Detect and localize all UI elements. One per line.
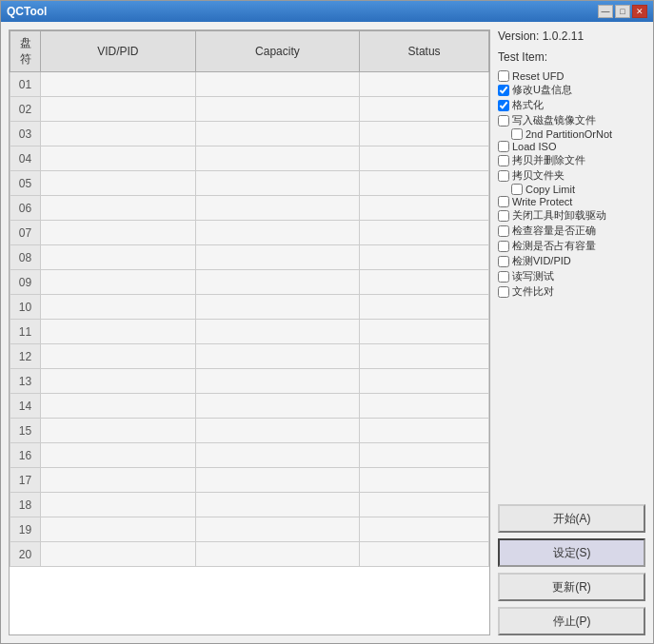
main-table: 盘符 VID/PID Capacity Status 0102030405060… [10, 30, 489, 567]
table-cell [41, 270, 196, 295]
checkbox-label-cb12[interactable]: 检查容量是否正确 [512, 224, 596, 238]
checkbox-cb11[interactable] [498, 210, 509, 222]
row-number: 07 [10, 221, 41, 245]
checkbox-label-cb7[interactable]: 拷贝并删除文件 [512, 153, 585, 167]
checkbox-cb2[interactable] [498, 85, 509, 96]
checkbox-item-cb5: 2nd PartitionOrNot [511, 128, 645, 140]
table-cell [41, 320, 196, 344]
checkbox-label-cb14[interactable]: 检测VID/PID [512, 254, 571, 268]
checkbox-cb10[interactable] [498, 196, 509, 207]
table-cell [195, 270, 359, 295]
close-button[interactable]: ✕ [632, 5, 647, 18]
checkbox-cb4[interactable] [498, 115, 509, 127]
table-cell [360, 295, 489, 320]
table-cell [41, 493, 196, 517]
left-panel: 盘符 VID/PID Capacity Status 0102030405060… [9, 29, 490, 635]
checkbox-item-cb14: 检测VID/PID [498, 254, 645, 268]
update-button[interactable]: 更新(R) [498, 573, 645, 601]
start-button[interactable]: 开始(A) [498, 504, 645, 533]
table-cell [195, 394, 359, 419]
checkboxes-container: Reset UFD修改U盘信息格式化写入磁盘镜像文件2nd PartitionO… [498, 69, 645, 300]
minimize-button[interactable]: — [598, 5, 613, 18]
row-number: 10 [10, 295, 41, 320]
right-panel: Version: 1.0.2.11 Test Item: Reset UFD修改… [498, 29, 645, 635]
row-number: 03 [10, 122, 41, 146]
checkbox-label-cb5[interactable]: 2nd PartitionOrNot [525, 128, 612, 140]
test-items-label: Test Item: [498, 50, 645, 64]
checkbox-cb1[interactable] [498, 70, 509, 82]
table-row: 12 [10, 344, 489, 369]
table-cell [41, 394, 196, 419]
checkbox-item-cb8: 拷贝文件夹 [498, 168, 645, 183]
checkbox-cb16[interactable] [498, 286, 509, 298]
table-cell [195, 468, 359, 493]
row-number: 08 [10, 245, 41, 270]
table-row: 05 [10, 171, 489, 196]
row-number: 18 [10, 493, 41, 517]
checkbox-cb9[interactable] [511, 184, 523, 195]
table-cell [41, 344, 196, 369]
checkbox-cb15[interactable] [498, 271, 509, 283]
checkbox-label-cb10[interactable]: Write Protect [512, 196, 572, 207]
stop-button[interactable]: 停止(P) [498, 607, 645, 635]
table-cell [360, 196, 489, 221]
table-cell [41, 419, 196, 443]
checkbox-cb5[interactable] [511, 128, 523, 140]
table-row: 16 [10, 443, 489, 468]
table-cell [41, 468, 196, 493]
checkbox-label-cb11[interactable]: 关闭工具时卸载驱动 [512, 208, 606, 223]
checkbox-label-cb15[interactable]: 读写测试 [512, 269, 554, 283]
row-number: 05 [10, 171, 41, 196]
table-cell [41, 171, 196, 196]
table-cell [41, 443, 196, 468]
table-row: 10 [10, 295, 489, 320]
checkbox-label-cb1[interactable]: Reset UFD [512, 70, 564, 82]
checkbox-cb3[interactable] [498, 100, 509, 111]
col-header-vidpid: VID/PID [41, 31, 196, 72]
table-row: 01 [10, 72, 489, 97]
table-cell [41, 72, 196, 97]
table-cell [360, 245, 489, 270]
checkbox-item-cb12: 检查容量是否正确 [498, 224, 645, 238]
checkbox-cb13[interactable] [498, 241, 509, 252]
checkbox-label-cb9[interactable]: Copy Limit [525, 184, 575, 195]
row-number: 13 [10, 369, 41, 394]
checkbox-cb6[interactable] [498, 141, 509, 152]
checkbox-label-cb8[interactable]: 拷贝文件夹 [512, 168, 565, 183]
table-row: 04 [10, 146, 489, 171]
table-row: 09 [10, 270, 489, 295]
table-cell [360, 344, 489, 369]
checkbox-label-cb4[interactable]: 写入磁盘镜像文件 [512, 113, 596, 127]
table-cell [41, 221, 196, 245]
checkbox-cb8[interactable] [498, 170, 509, 182]
checkbox-cb14[interactable] [498, 256, 509, 267]
table-row: 03 [10, 122, 489, 146]
checkbox-cb12[interactable] [498, 225, 509, 237]
table-row: 20 [10, 542, 489, 567]
table-cell [41, 146, 196, 171]
table-cell [195, 517, 359, 542]
table-cell [360, 72, 489, 97]
checkbox-label-cb6[interactable]: Load ISO [512, 141, 556, 152]
row-number: 19 [10, 517, 41, 542]
table-cell [41, 517, 196, 542]
col-header-capacity: Capacity [195, 31, 359, 72]
col-header-status: Status [360, 31, 489, 72]
table-row: 06 [10, 196, 489, 221]
checkbox-item-cb9: Copy Limit [511, 184, 645, 195]
checkbox-label-cb3[interactable]: 格式化 [512, 98, 544, 112]
table-cell [195, 196, 359, 221]
settings-button[interactable]: 设定(S) [498, 538, 645, 567]
table-cell [360, 493, 489, 517]
checkbox-label-cb13[interactable]: 检测是否占有容量 [512, 239, 596, 253]
checkbox-cb7[interactable] [498, 155, 509, 166]
table-cell [41, 245, 196, 270]
table-cell [360, 270, 489, 295]
checkbox-item-cb16: 文件比对 [498, 284, 645, 299]
checkbox-label-cb16[interactable]: 文件比对 [512, 284, 554, 299]
checkbox-label-cb2[interactable]: 修改U盘信息 [512, 83, 572, 97]
table-cell [195, 245, 359, 270]
table-row: 13 [10, 369, 489, 394]
maximize-button[interactable]: □ [615, 5, 630, 18]
checkbox-item-cb13: 检测是否占有容量 [498, 239, 645, 253]
